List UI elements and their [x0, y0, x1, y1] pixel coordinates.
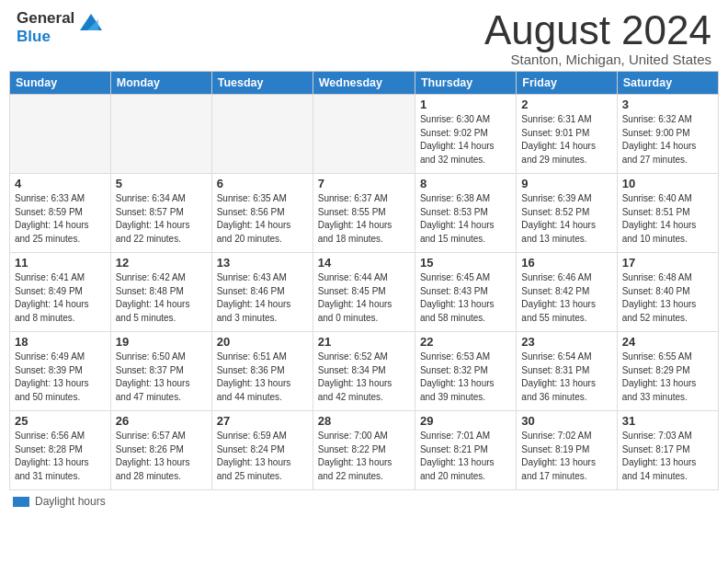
day-cell: 3Sunrise: 6:32 AM Sunset: 9:00 PM Daylig… [617, 95, 718, 174]
header: General Blue August 2024 Stanton, Michig… [0, 0, 728, 71]
day-number: 19 [116, 335, 207, 349]
day-cell: 19Sunrise: 6:50 AM Sunset: 8:37 PM Dayli… [110, 332, 211, 411]
logo-icon [78, 10, 104, 36]
logo-text: General Blue [17, 9, 74, 47]
day-cell: 29Sunrise: 7:01 AM Sunset: 8:21 PM Dayli… [415, 411, 516, 490]
day-number: 11 [15, 256, 106, 270]
day-number: 1 [420, 98, 511, 111]
day-cell: 11Sunrise: 6:41 AM Sunset: 8:49 PM Dayli… [10, 253, 111, 332]
day-cell [110, 95, 211, 174]
day-info: Sunrise: 6:43 AM Sunset: 8:46 PM Dayligh… [217, 271, 308, 325]
day-info: Sunrise: 7:03 AM Sunset: 8:17 PM Dayligh… [622, 430, 713, 483]
month-title: August 2024 [484, 9, 711, 52]
day-number: 26 [116, 414, 207, 428]
day-info: Sunrise: 6:40 AM Sunset: 8:51 PM Dayligh… [622, 192, 713, 246]
day-cell: 17Sunrise: 6:48 AM Sunset: 8:40 PM Dayli… [617, 253, 718, 332]
day-number: 16 [521, 256, 611, 270]
day-info: Sunrise: 6:33 AM Sunset: 8:59 PM Dayligh… [15, 192, 106, 246]
day-cell: 6Sunrise: 6:35 AM Sunset: 8:56 PM Daylig… [211, 174, 313, 253]
day-header-thursday: Thursday [415, 72, 516, 95]
day-cell: 20Sunrise: 6:51 AM Sunset: 8:36 PM Dayli… [211, 332, 313, 411]
day-cell: 27Sunrise: 6:59 AM Sunset: 8:24 PM Dayli… [211, 411, 313, 490]
day-info: Sunrise: 6:39 AM Sunset: 8:52 PM Dayligh… [521, 192, 611, 246]
day-info: Sunrise: 6:48 AM Sunset: 8:40 PM Dayligh… [622, 271, 713, 325]
day-info: Sunrise: 7:00 AM Sunset: 8:22 PM Dayligh… [318, 430, 410, 483]
day-cell: 10Sunrise: 6:40 AM Sunset: 8:51 PM Dayli… [617, 174, 718, 253]
day-number: 15 [420, 256, 511, 270]
logo: General Blue [17, 9, 104, 47]
day-info: Sunrise: 6:59 AM Sunset: 8:24 PM Dayligh… [217, 430, 308, 483]
day-number: 20 [217, 335, 308, 349]
day-cell: 21Sunrise: 6:52 AM Sunset: 8:34 PM Dayli… [313, 332, 415, 411]
day-number: 24 [622, 335, 713, 349]
day-info: Sunrise: 6:55 AM Sunset: 8:29 PM Dayligh… [622, 350, 713, 404]
day-cell: 8Sunrise: 6:38 AM Sunset: 8:53 PM Daylig… [415, 174, 516, 253]
day-cell: 15Sunrise: 6:45 AM Sunset: 8:43 PM Dayli… [415, 253, 516, 332]
legend-label: Daylight hours [35, 495, 106, 508]
day-number: 13 [217, 256, 308, 270]
day-info: Sunrise: 6:53 AM Sunset: 8:32 PM Dayligh… [420, 350, 511, 404]
day-info: Sunrise: 6:45 AM Sunset: 8:43 PM Dayligh… [420, 271, 511, 325]
day-number: 22 [420, 335, 511, 349]
day-cell: 2Sunrise: 6:31 AM Sunset: 9:01 PM Daylig… [517, 95, 617, 174]
day-number: 27 [217, 414, 308, 428]
day-info: Sunrise: 6:30 AM Sunset: 9:02 PM Dayligh… [420, 113, 511, 167]
day-info: Sunrise: 6:46 AM Sunset: 8:42 PM Dayligh… [521, 271, 611, 325]
day-cell: 13Sunrise: 6:43 AM Sunset: 8:46 PM Dayli… [211, 253, 313, 332]
day-info: Sunrise: 6:51 AM Sunset: 8:36 PM Dayligh… [217, 350, 308, 404]
day-info: Sunrise: 6:37 AM Sunset: 8:55 PM Dayligh… [318, 192, 410, 246]
day-cell: 28Sunrise: 7:00 AM Sunset: 8:22 PM Dayli… [313, 411, 415, 490]
day-number: 3 [622, 98, 713, 111]
day-header-saturday: Saturday [617, 72, 718, 95]
title-block: August 2024 Stanton, Michigan, United St… [484, 9, 711, 67]
day-cell: 26Sunrise: 6:57 AM Sunset: 8:26 PM Dayli… [110, 411, 211, 490]
day-info: Sunrise: 6:52 AM Sunset: 8:34 PM Dayligh… [318, 350, 410, 404]
day-number: 14 [318, 256, 410, 270]
day-number: 4 [15, 177, 106, 190]
day-cell [211, 95, 313, 174]
day-number: 23 [521, 335, 611, 349]
day-header-monday: Monday [110, 72, 211, 95]
logo-blue: Blue [17, 28, 51, 45]
day-number: 18 [15, 335, 106, 349]
day-cell [313, 95, 415, 174]
day-cell: 23Sunrise: 6:54 AM Sunset: 8:31 PM Dayli… [517, 332, 617, 411]
calendar-table: SundayMondayTuesdayWednesdayThursdayFrid… [9, 71, 719, 490]
legend-color-box [13, 497, 29, 507]
day-number: 31 [622, 414, 713, 428]
day-info: Sunrise: 6:49 AM Sunset: 8:39 PM Dayligh… [15, 350, 106, 404]
day-info: Sunrise: 6:31 AM Sunset: 9:01 PM Dayligh… [521, 113, 611, 167]
day-number: 7 [318, 177, 410, 190]
day-cell: 5Sunrise: 6:34 AM Sunset: 8:57 PM Daylig… [110, 174, 211, 253]
day-info: Sunrise: 6:32 AM Sunset: 9:00 PM Dayligh… [622, 113, 713, 167]
day-header-wednesday: Wednesday [313, 72, 415, 95]
day-number: 17 [622, 256, 713, 270]
day-info: Sunrise: 6:34 AM Sunset: 8:57 PM Dayligh… [116, 192, 207, 246]
day-number: 29 [420, 414, 511, 428]
logo-general: General [17, 9, 74, 27]
day-number: 2 [521, 98, 611, 111]
day-cell: 7Sunrise: 6:37 AM Sunset: 8:55 PM Daylig… [313, 174, 415, 253]
day-header-tuesday: Tuesday [211, 72, 313, 95]
day-number: 12 [116, 256, 207, 270]
day-number: 28 [318, 414, 410, 428]
day-number: 5 [116, 177, 207, 190]
day-cell: 30Sunrise: 7:02 AM Sunset: 8:19 PM Dayli… [517, 411, 617, 490]
day-cell: 24Sunrise: 6:55 AM Sunset: 8:29 PM Dayli… [617, 332, 718, 411]
day-info: Sunrise: 6:38 AM Sunset: 8:53 PM Dayligh… [420, 192, 511, 246]
legend: Daylight hours [0, 490, 728, 512]
day-cell: 22Sunrise: 6:53 AM Sunset: 8:32 PM Dayli… [415, 332, 516, 411]
day-number: 25 [15, 414, 106, 428]
day-cell: 12Sunrise: 6:42 AM Sunset: 8:48 PM Dayli… [110, 253, 211, 332]
day-number: 30 [521, 414, 611, 428]
day-cell: 16Sunrise: 6:46 AM Sunset: 8:42 PM Dayli… [517, 253, 617, 332]
day-cell [10, 95, 111, 174]
day-info: Sunrise: 6:57 AM Sunset: 8:26 PM Dayligh… [116, 430, 207, 483]
day-cell: 31Sunrise: 7:03 AM Sunset: 8:17 PM Dayli… [617, 411, 718, 490]
day-info: Sunrise: 7:02 AM Sunset: 8:19 PM Dayligh… [521, 430, 611, 483]
day-cell: 14Sunrise: 6:44 AM Sunset: 8:45 PM Dayli… [313, 253, 415, 332]
day-info: Sunrise: 6:35 AM Sunset: 8:56 PM Dayligh… [217, 192, 308, 246]
day-info: Sunrise: 6:44 AM Sunset: 8:45 PM Dayligh… [318, 271, 410, 325]
day-info: Sunrise: 6:56 AM Sunset: 8:28 PM Dayligh… [15, 430, 106, 483]
day-cell: 1Sunrise: 6:30 AM Sunset: 9:02 PM Daylig… [415, 95, 516, 174]
